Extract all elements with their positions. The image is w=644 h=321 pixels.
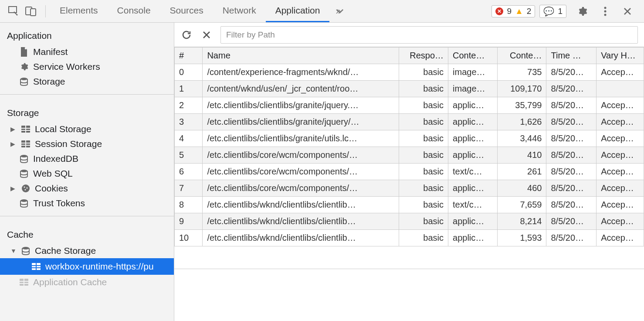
cell-vary: Accep… [597,230,644,246]
filter-input[interactable] [220,26,638,44]
table-row[interactable]: 4/etc.clientlibs/clientlibs/granite/util… [175,130,644,147]
cell-content-type: text/c… [448,197,498,213]
table-row[interactable]: 10/etc.clientlibs/wknd/clientlibs/client… [175,230,644,246]
cell-content-type: applic… [448,180,498,197]
database-icon [19,77,29,86]
sidebar-item-cache-storage[interactable]: ▼ Cache Storage [0,243,174,258]
cell-time: 8/5/20… [546,64,597,81]
error-warning-badge[interactable]: ✕ 9 ▲ 2 [491,5,535,17]
more-icon[interactable] [598,6,613,17]
col-response[interactable]: Respo… [399,48,448,64]
sidebar-label: Manifest [33,47,68,57]
sidebar-item-trust-tokens[interactable]: Trust Tokens [0,196,174,211]
cell-time: 8/5/20… [546,230,597,246]
expand-icon[interactable]: ▶ [10,126,17,133]
sidebar-item-local-storage[interactable]: ▶ Local Storage [0,122,174,137]
cell-content-length: 1,626 [497,114,546,130]
cell-vary: Accep… [597,213,644,230]
svg-point-18 [24,187,25,188]
col-index[interactable]: # [175,48,203,64]
cell-vary: Accep… [597,130,644,147]
sidebar-item-storage-overview[interactable]: Storage [0,74,174,89]
svg-point-21 [20,199,27,202]
sidebar-item-service-workers[interactable]: Service Workers [0,59,174,74]
cell-response: basic [399,147,448,164]
table-row[interactable]: 2/etc.clientlibs/clientlibs/granite/jque… [175,97,644,114]
cell-content-type: image… [448,81,498,97]
tab-elements[interactable]: Elements [50,0,108,22]
svg-rect-26 [36,263,37,270]
expand-icon[interactable]: ▶ [10,185,17,192]
tab-application[interactable]: Application [266,0,330,22]
cell-name: /content/wknd/us/en/_jcr_content/roo… [203,81,399,97]
inspect-icon[interactable] [8,6,19,17]
sidebar-item-cookies[interactable]: ▶ Cookies [0,181,174,196]
sidebar-item-indexeddb[interactable]: IndexedDB [0,151,174,166]
cell-name: /etc.clientlibs/clientlibs/granite/jquer… [203,97,399,114]
cell-response: basic [399,213,448,230]
messages-badge[interactable]: 💬 1 [539,5,566,18]
col-time[interactable]: Time … [546,48,597,64]
cell-vary: Accep… [597,147,644,164]
table-header-row: # Name Respo… Conte… Conte… Time … Vary … [175,48,644,64]
cell-content-type: applic… [448,230,498,246]
settings-icon[interactable] [571,6,593,17]
cell-name: /etc.clientlibs/wknd/clientlibs/clientli… [203,213,399,230]
cell-vary: Accep… [597,180,644,197]
cell-index: 7 [175,180,203,197]
sidebar-item-manifest[interactable]: Manifest [0,44,174,59]
application-sidebar: Application Manifest Service Workers Sto… [0,23,174,321]
tabs-overflow-icon[interactable]: » [329,0,347,22]
svg-rect-14 [25,140,26,147]
table-row[interactable]: 6/etc.clientlibs/core/wcm/components/…ba… [175,164,644,180]
cell-time: 8/5/20… [546,213,597,230]
device-icon[interactable] [25,6,37,17]
table-row[interactable]: 0/content/experience-fragments/wknd/…bas… [175,64,644,81]
grid-icon [21,140,31,147]
cell-index: 8 [175,197,203,213]
sidebar-item-session-storage[interactable]: ▶ Session Storage [0,137,174,151]
sidebar-item-websql[interactable]: Web SQL [0,166,174,181]
sidebar-label: Web SQL [33,168,73,179]
table-row[interactable]: 8/etc.clientlibs/wknd/clientlibs/clientl… [175,197,644,213]
sidebar-label: Storage [33,76,65,87]
svg-rect-30 [24,279,24,286]
cache-detail-panel: # Name Respo… Conte… Conte… Time … Vary … [174,23,644,321]
table-row[interactable]: 1/content/wknd/us/en/_jcr_content/roo…ba… [175,81,644,97]
tab-console[interactable]: Console [108,0,160,22]
col-content-length[interactable]: Conte… [497,48,546,64]
refresh-button[interactable] [180,29,193,41]
svg-point-20 [25,189,26,191]
cell-index: 4 [175,130,203,147]
cell-content-length: 35,799 [497,97,546,114]
sidebar-label: Service Workers [33,61,100,72]
sidebar-item-workbox-cache[interactable]: workbox-runtime-https://pu [0,258,174,275]
col-vary[interactable]: Vary H… [597,48,644,64]
table-row[interactable]: 7/etc.clientlibs/core/wcm/components/…ba… [175,180,644,197]
table-row[interactable]: 5/etc.clientlibs/core/wcm/components/…ba… [175,147,644,164]
grid-icon [19,279,29,286]
cell-index: 2 [175,97,203,114]
grid-icon [21,126,31,133]
sidebar-label: Application Cache [33,277,107,287]
gear-icon [19,62,29,71]
cell-content-length: 460 [497,180,546,197]
clear-button[interactable] [200,29,213,41]
table-row[interactable]: 9/etc.clientlibs/wknd/clientlibs/clientl… [175,213,644,230]
table-row[interactable]: 3/etc.clientlibs/clientlibs/granite/jque… [175,114,644,130]
sidebar-label: IndexedDB [33,154,78,164]
col-content-type[interactable]: Conte… [448,48,498,64]
cell-content-type: image… [448,64,498,81]
svg-point-5 [604,14,607,16]
cell-vary: Accep… [597,114,644,130]
col-name[interactable]: Name [203,48,399,64]
close-devtools-icon[interactable] [617,7,638,16]
cell-index: 5 [175,147,203,164]
sidebar-item-application-cache[interactable]: Application Cache [0,275,174,290]
tab-network[interactable]: Network [213,0,266,22]
tab-sources[interactable]: Sources [160,0,213,22]
svg-point-17 [22,184,30,192]
collapse-icon[interactable]: ▼ [10,247,17,254]
cell-name: /etc.clientlibs/clientlibs/granite/jquer… [203,114,399,130]
expand-icon[interactable]: ▶ [10,140,17,147]
